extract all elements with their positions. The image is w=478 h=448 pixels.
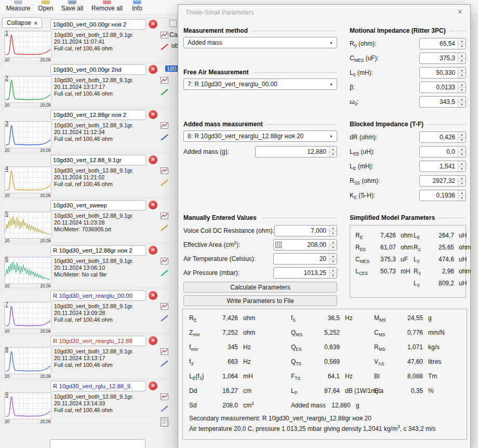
- spinner-buttons[interactable]: ▲▼: [329, 254, 337, 264]
- trace-color-icon[interactable]: [161, 179, 168, 186]
- measurement-item[interactable]: ✕ 6 20 20,0k 10gd30_vert_both_12.88_9: [1, 244, 171, 288]
- measurement-number[interactable]: 1: [5, 30, 8, 36]
- spinner-buttons[interactable]: ▲▼: [458, 161, 466, 172]
- delete-measurement-button[interactable]: ✕: [149, 65, 157, 74]
- free-air-measurement-select[interactable]: 7: R 10gd30_vert_rearglu_00.00 ▼: [183, 78, 337, 90]
- parameter-input[interactable]: 375,3 ▲▼: [419, 52, 466, 64]
- added-mass-measurement-select[interactable]: 8: R 10gd30_vert_rearglu_12.88gr ноя 20 …: [183, 130, 337, 142]
- next-measurement-name-input[interactable]: [50, 439, 145, 448]
- chart-icon[interactable]: [161, 393, 168, 400]
- delete-measurement-button[interactable]: ✕: [149, 381, 157, 390]
- measurement-name-input[interactable]: [50, 336, 146, 346]
- spinner-buttons[interactable]: ▲▼: [458, 82, 466, 93]
- spinner-buttons[interactable]: ▲▼: [329, 268, 337, 278]
- chart-icon[interactable]: [161, 258, 168, 265]
- notes-document-icon[interactable]: [161, 417, 168, 424]
- spinner-buttons[interactable]: ▲▼: [329, 147, 337, 157]
- measurement-thumbnail[interactable]: 20 20,0k: [4, 31, 51, 62]
- delete-measurement-button[interactable]: ✕: [149, 20, 157, 29]
- chart-icon[interactable]: [161, 213, 168, 219]
- spinner-buttons[interactable]: ▲▼: [458, 132, 466, 142]
- trace-color-icon[interactable]: [161, 360, 168, 367]
- delete-measurement-button[interactable]: ✕: [149, 246, 157, 255]
- measurement-item[interactable]: ✕ 5 20 20,0k 10gd30_vert_both_12.88_9: [1, 199, 171, 243]
- parameter-input[interactable]: 0,1936 ▲▼: [419, 190, 466, 201]
- delete-measurement-button[interactable]: ✕: [149, 110, 157, 119]
- measurement-thumbnail[interactable]: 20 20,0k: [4, 121, 51, 153]
- info-button[interactable]: Info: [128, 0, 147, 15]
- measurement-number[interactable]: 9: [5, 391, 8, 398]
- area-grid-icon[interactable]: [274, 240, 283, 250]
- measurement-item[interactable]: ✕ 2 20 20,0k 10gd30_vert_both_12.88_9: [1, 63, 171, 107]
- measurement-number[interactable]: 2: [5, 75, 8, 81]
- measurement-number[interactable]: 8: [5, 346, 8, 352]
- measurement-thumbnail[interactable]: 20 20,0k: [4, 302, 51, 334]
- remove-all-button[interactable]: Remove all: [88, 0, 126, 15]
- measurement-name-input[interactable]: [50, 110, 146, 120]
- chart-icon[interactable]: [161, 167, 168, 174]
- measurement-number[interactable]: 7: [5, 301, 8, 307]
- measurement-name-input[interactable]: [50, 19, 146, 30]
- measurement-thumbnail[interactable]: 20 20,0k: [4, 392, 51, 424]
- effective-area-input[interactable]: 208,00 ▲▼: [273, 239, 337, 251]
- measurement-name-input[interactable]: [50, 381, 146, 391]
- trace-color-icon[interactable]: [161, 225, 168, 231]
- measurement-name-input[interactable]: [50, 245, 146, 256]
- chart-icon[interactable]: [161, 303, 168, 310]
- parameter-input[interactable]: 50,330 ▲▼: [419, 67, 466, 78]
- write-parameters-button[interactable]: Write Parameters to File: [183, 295, 337, 306]
- measurement-name-input[interactable]: [50, 155, 146, 165]
- measurement-name-input[interactable]: [50, 291, 146, 301]
- trace-color-icon[interactable]: [161, 89, 168, 96]
- spinner-buttons[interactable]: ▲▼: [458, 97, 466, 107]
- measure-button[interactable]: Measure: [3, 0, 33, 15]
- open-button[interactable]: Open: [34, 0, 57, 15]
- measurement-thumbnail[interactable]: 20 20,0k: [4, 212, 51, 243]
- delete-measurement-button[interactable]: ✕: [149, 201, 157, 209]
- chart-icon[interactable]: [161, 348, 168, 355]
- measurement-method-select[interactable]: Added mass ▼: [183, 37, 337, 48]
- measurement-item[interactable]: ✕ 8 20 20,0k 10gd30_vert_both_12.88_9: [1, 334, 171, 378]
- parameter-input[interactable]: 0,426 ▲▼: [419, 131, 466, 143]
- measurement-item[interactable]: ✕ 7 20 20,0k 10gd30_vert_both_12.88_9: [1, 289, 171, 333]
- dialog-titlebar[interactable]: Thiele-Small Parameters ✕: [178, 5, 470, 20]
- chart-icon[interactable]: [161, 122, 168, 129]
- measurement-item[interactable]: ✕ 4 20 20,0k 10gd30_vert_both_12.88_9: [1, 153, 171, 197]
- spinner-buttons[interactable]: ▲▼: [458, 53, 466, 63]
- spinner-buttons[interactable]: ▲▼: [458, 68, 466, 78]
- dc-resistance-input[interactable]: 7,000 ▲▼: [274, 225, 337, 236]
- delete-measurement-button[interactable]: ✕: [149, 336, 157, 345]
- measurement-thumbnail[interactable]: 20 20,0k: [4, 347, 51, 379]
- trace-color-icon[interactable]: [161, 405, 168, 412]
- spinner-buttons[interactable]: ▲▼: [458, 147, 466, 157]
- spinner-buttons[interactable]: ▲▼: [458, 190, 466, 201]
- chart-icon[interactable]: [161, 77, 168, 84]
- measurement-thumbnail[interactable]: 20 20,0k: [4, 257, 51, 288]
- measurement-item[interactable]: ✕ 9 20 20,0k 10gd30_vert_both_12.88_9: [1, 379, 171, 424]
- chart-icon[interactable]: [161, 32, 168, 38]
- spinner-buttons[interactable]: ▲▼: [329, 226, 337, 236]
- parameter-input[interactable]: 65,54 ▲▼: [419, 38, 466, 49]
- measurement-number[interactable]: 4: [5, 165, 8, 172]
- measurement-name-input[interactable]: [50, 64, 146, 75]
- parameter-input[interactable]: 1,541 ▲▼: [419, 161, 466, 172]
- spinner-buttons[interactable]: ▲▼: [329, 240, 337, 250]
- trace-color-icon[interactable]: [161, 134, 168, 141]
- trace-color-icon[interactable]: [161, 44, 168, 50]
- calculate-parameters-button[interactable]: Calculate Parameters: [183, 282, 337, 293]
- trace-color-icon[interactable]: [161, 270, 168, 276]
- spinner-buttons[interactable]: ▲▼: [458, 38, 466, 49]
- added-mass-input[interactable]: 12,880 ▲▼: [255, 146, 337, 157]
- parameter-input[interactable]: 0,0133 ▲▼: [419, 82, 466, 93]
- measurement-number[interactable]: 3: [5, 120, 8, 126]
- collapse-sidebar-button[interactable]: Collapse «: [2, 17, 42, 28]
- spinner-buttons[interactable]: ▲▼: [458, 176, 466, 186]
- delete-measurement-button[interactable]: ✕: [149, 291, 157, 300]
- save-all-button[interactable]: Save all: [58, 0, 86, 15]
- measurement-thumbnail[interactable]: 20 20,0k: [4, 76, 51, 108]
- parameter-input[interactable]: 343,5 ▲▼: [419, 96, 466, 108]
- parameter-input[interactable]: 2927,32 ▲▼: [419, 175, 466, 187]
- close-icon[interactable]: ✕: [457, 8, 463, 16]
- trace-color-icon[interactable]: [161, 315, 168, 322]
- measurement-number[interactable]: 5: [5, 210, 8, 217]
